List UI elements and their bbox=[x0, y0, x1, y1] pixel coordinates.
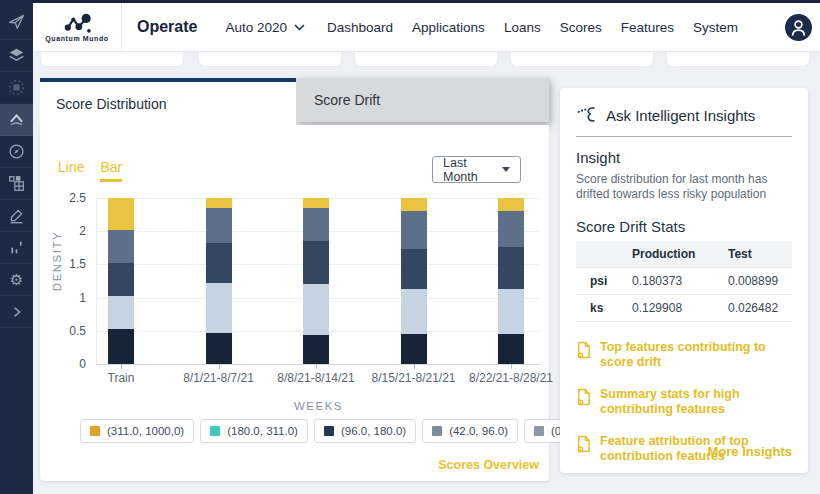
layers-icon[interactable] bbox=[0, 40, 33, 72]
legend-swatch bbox=[534, 426, 544, 436]
insight-link[interactable]: Summary stats for high contributing feat… bbox=[576, 387, 792, 417]
bar-segment[interactable] bbox=[206, 283, 232, 333]
tab-label: Score Drift bbox=[314, 92, 380, 108]
bar-segment[interactable] bbox=[108, 230, 134, 263]
legend-item[interactable]: (311.0, 1000,0) bbox=[80, 419, 194, 443]
user-avatar[interactable] bbox=[785, 14, 812, 41]
nav-item-scores[interactable]: Scores bbox=[560, 20, 602, 35]
bar-segment[interactable] bbox=[303, 284, 329, 334]
x-tick bbox=[219, 364, 220, 369]
bar-segment[interactable] bbox=[303, 208, 329, 241]
bar-8/1/21-8/7/21[interactable] bbox=[206, 198, 232, 364]
nav-item-dashboard[interactable]: Dashboard bbox=[327, 20, 393, 35]
bar-segment[interactable] bbox=[206, 243, 232, 283]
line-toggle-button[interactable]: Line bbox=[58, 159, 84, 182]
bar-segment[interactable] bbox=[401, 198, 427, 211]
nav-item-system[interactable]: System bbox=[693, 20, 738, 35]
col-metric bbox=[576, 241, 626, 268]
legend-swatch bbox=[210, 426, 220, 436]
peak-icon[interactable] bbox=[0, 104, 33, 136]
bar-segment[interactable] bbox=[498, 211, 524, 248]
y-tick-label: 0 bbox=[40, 357, 86, 371]
insight-link[interactable]: Top features contributing to score drift bbox=[576, 340, 792, 370]
bar-segment[interactable] bbox=[206, 208, 232, 243]
edit-icon[interactable] bbox=[0, 200, 33, 232]
legend-item[interactable]: (42.0, 96.0) bbox=[422, 419, 518, 443]
compass-icon[interactable] bbox=[0, 136, 33, 168]
bar-segment[interactable] bbox=[108, 329, 134, 364]
legend-label: (96.0, 180.0) bbox=[341, 425, 406, 437]
modules-icon[interactable] bbox=[0, 168, 33, 200]
brand-name: Quantum Mundo bbox=[45, 35, 108, 42]
bar-segment[interactable] bbox=[498, 247, 524, 289]
scores-overview-link[interactable]: Scores Overview bbox=[438, 458, 539, 472]
ai-sparkle-icon bbox=[576, 104, 598, 126]
x-tick-label: 8/22/21-8/28/21 bbox=[451, 371, 571, 385]
legend-label: (42.0, 96.0) bbox=[449, 425, 508, 437]
bar-8/22/21-8/28/21[interactable] bbox=[498, 198, 524, 364]
metric-name: psi bbox=[576, 268, 626, 295]
stats-heading: Score Drift Stats bbox=[576, 218, 792, 235]
bar-8/15/21-8/21/21[interactable] bbox=[401, 198, 427, 364]
bar-segment[interactable] bbox=[498, 289, 524, 334]
test-value: 0.026482 bbox=[722, 295, 792, 322]
user-icon bbox=[785, 14, 812, 41]
bar-segment[interactable] bbox=[498, 198, 524, 211]
production-value: 0.129908 bbox=[626, 295, 722, 322]
x-tick bbox=[316, 364, 317, 369]
bar-segment[interactable] bbox=[401, 249, 427, 289]
caret-down-icon bbox=[502, 167, 510, 172]
x-tick bbox=[414, 364, 415, 369]
insight-text: Score distribution for last month has dr… bbox=[576, 172, 792, 202]
bar-segment[interactable] bbox=[498, 334, 524, 364]
bar-toggle-button[interactable]: Bar bbox=[100, 159, 122, 182]
more-insights-link[interactable]: More Insights bbox=[707, 444, 792, 459]
bar-segment[interactable] bbox=[206, 333, 232, 364]
y-tick-label: 0.5 bbox=[40, 324, 86, 338]
legend-label: (311.0, 1000,0) bbox=[107, 425, 184, 437]
bar-segment[interactable] bbox=[303, 198, 329, 208]
legend-item[interactable]: (96.0, 180.0) bbox=[314, 419, 416, 443]
brand-logo[interactable]: Quantum Mundo bbox=[33, 3, 122, 51]
settings-icon[interactable]: ⚙ bbox=[0, 264, 33, 296]
project-selector-value: Auto 2020 bbox=[225, 20, 287, 35]
bar-segment[interactable] bbox=[108, 198, 134, 230]
col-production: Production bbox=[626, 241, 722, 268]
test-value: 0.008899 bbox=[722, 268, 792, 295]
metrics-icon[interactable] bbox=[0, 232, 33, 264]
bar-segment[interactable] bbox=[108, 263, 134, 296]
project-selector-dropdown[interactable]: Auto 2020 bbox=[225, 20, 305, 35]
metric-name: ks bbox=[576, 295, 626, 322]
bar-8/8/21-8/14/21[interactable] bbox=[303, 198, 329, 364]
tab-score-drift[interactable]: Score Drift bbox=[296, 78, 549, 122]
time-range-select[interactable]: Last Month bbox=[432, 156, 521, 183]
product-title: Operate bbox=[137, 18, 197, 36]
nav-item-features[interactable]: Features bbox=[621, 20, 674, 35]
insights-title: Ask Intelligent Insights bbox=[606, 107, 755, 124]
nav-item-applications[interactable]: Applications bbox=[412, 20, 485, 35]
loader-icon[interactable] bbox=[0, 72, 33, 104]
tab-label: Score Distribution bbox=[56, 96, 167, 112]
document-gear-icon bbox=[576, 435, 591, 453]
bar-segment[interactable] bbox=[401, 289, 427, 334]
nav-item-loans[interactable]: Loans bbox=[504, 20, 541, 35]
bar-Train[interactable] bbox=[108, 198, 134, 364]
bar-segment[interactable] bbox=[303, 241, 329, 284]
legend-swatch bbox=[324, 426, 334, 436]
bar-segment[interactable] bbox=[401, 211, 427, 250]
tab-score-distribution[interactable]: Score Distribution bbox=[40, 78, 296, 125]
send-icon[interactable] bbox=[0, 4, 33, 40]
intelligent-insights-card: Ask Intelligent Insights Insight Score d… bbox=[560, 88, 808, 473]
insight-link-text: Top features contributing to score drift bbox=[600, 340, 792, 370]
collapse-icon[interactable] bbox=[0, 296, 33, 328]
y-tick-label: 1 bbox=[40, 291, 86, 305]
insight-link-text: Summary stats for high contributing feat… bbox=[600, 387, 792, 417]
col-test: Test bbox=[722, 241, 792, 268]
stats-row: ks0.1299080.026482 bbox=[576, 295, 792, 322]
bar-segment[interactable] bbox=[303, 335, 329, 364]
bar-segment[interactable] bbox=[206, 198, 232, 208]
bar-segment[interactable] bbox=[401, 334, 427, 364]
legend-item[interactable]: (180.0, 311.0) bbox=[200, 419, 308, 443]
bar-segment[interactable] bbox=[108, 296, 134, 330]
document-gear-icon bbox=[576, 388, 591, 406]
